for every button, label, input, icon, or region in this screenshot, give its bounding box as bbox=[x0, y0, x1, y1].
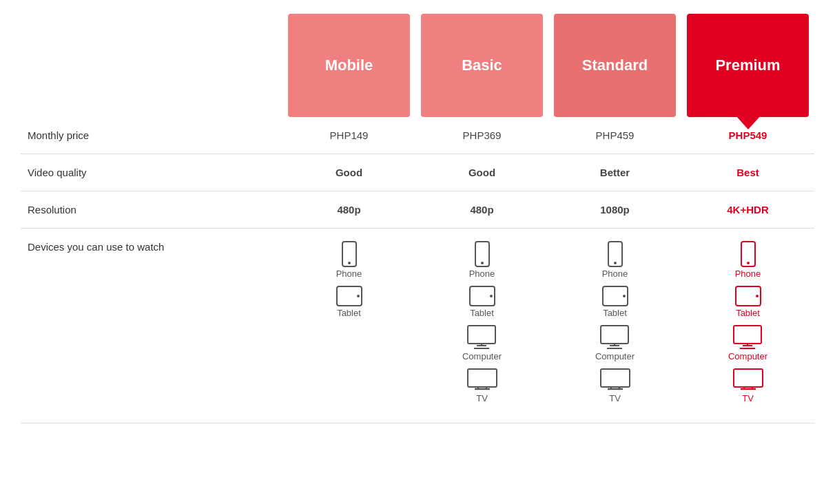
computer-label: Computer bbox=[462, 351, 502, 361]
plan-label-mobile: Mobile bbox=[325, 56, 373, 74]
devices-label: Devices you can use to watch bbox=[21, 241, 282, 253]
header-premium: Premium bbox=[681, 14, 814, 117]
phone-icon bbox=[473, 241, 492, 267]
resolution-premium: 4K+HDR bbox=[681, 204, 814, 216]
phone-label: Phone bbox=[469, 269, 495, 279]
svg-point-5 bbox=[481, 262, 484, 264]
device-mobile-tablet: Tablet bbox=[336, 286, 362, 318]
device-standard-tv: TV bbox=[600, 368, 630, 403]
tv-label: TV bbox=[742, 393, 754, 403]
device-basic-tablet: Tablet bbox=[469, 286, 495, 318]
svg-rect-24 bbox=[601, 369, 630, 387]
header-basic: Basic bbox=[415, 14, 548, 117]
svg-rect-36 bbox=[734, 369, 763, 387]
plan-card-premium: Premium bbox=[687, 14, 809, 117]
tv-label: TV bbox=[476, 393, 488, 403]
svg-point-17 bbox=[614, 262, 617, 264]
resolution-label: Resolution bbox=[21, 204, 282, 216]
device-premium-tablet: Tablet bbox=[735, 286, 761, 318]
devices-standard: Phone Tablet Computer bbox=[548, 241, 681, 410]
devices-mobile: Phone Tablet bbox=[282, 241, 415, 325]
tv-icon bbox=[467, 368, 497, 392]
phone-label: Phone bbox=[336, 269, 362, 279]
plan-label-standard: Standard bbox=[582, 56, 648, 74]
plan-card-standard: Standard bbox=[554, 14, 676, 117]
svg-point-19 bbox=[623, 295, 626, 297]
resolution-standard: 1080p bbox=[548, 204, 681, 216]
computer-icon bbox=[467, 325, 496, 350]
quality-premium: Best bbox=[681, 167, 814, 178]
devices-row: Devices you can use to watch Phone Table… bbox=[21, 229, 814, 423]
svg-point-3 bbox=[357, 295, 360, 297]
monthly-price-row: Monthly price PHP149 PHP369 PHP459 PHP54… bbox=[21, 117, 814, 154]
svg-rect-20 bbox=[601, 326, 628, 344]
resolution-mobile: 480p bbox=[282, 204, 415, 216]
phone-icon bbox=[606, 241, 625, 267]
svg-rect-32 bbox=[734, 326, 761, 344]
tablet-icon bbox=[602, 286, 628, 306]
quality-mobile: Good bbox=[282, 167, 415, 178]
svg-point-29 bbox=[747, 262, 750, 264]
tv-label: TV bbox=[609, 393, 621, 403]
resolution-basic: 480p bbox=[415, 204, 548, 216]
tablet-label: Tablet bbox=[337, 308, 361, 318]
price-premium: PHP549 bbox=[681, 129, 814, 141]
device-mobile-phone: Phone bbox=[336, 241, 362, 279]
phone-icon bbox=[739, 241, 758, 267]
tv-icon bbox=[600, 368, 630, 392]
computer-label: Computer bbox=[728, 351, 767, 361]
phone-label: Phone bbox=[602, 269, 628, 279]
computer-label: Computer bbox=[595, 351, 635, 361]
plan-label-premium: Premium bbox=[715, 56, 780, 74]
svg-point-7 bbox=[490, 295, 493, 297]
devices-premium: Phone Tablet Computer bbox=[681, 241, 814, 410]
comparison-table: Mobile Basic Standard Premium Monthly pr… bbox=[0, 0, 835, 437]
price-mobile: PHP149 bbox=[282, 129, 415, 141]
device-basic-phone: Phone bbox=[469, 241, 495, 279]
svg-rect-8 bbox=[468, 326, 495, 344]
svg-point-31 bbox=[756, 295, 759, 297]
phone-label: Phone bbox=[735, 269, 761, 279]
phone-icon bbox=[340, 241, 359, 267]
computer-icon bbox=[733, 325, 762, 350]
device-premium-phone: Phone bbox=[735, 241, 761, 279]
device-standard-phone: Phone bbox=[602, 241, 628, 279]
device-standard-computer: Computer bbox=[595, 325, 635, 361]
header-mobile: Mobile bbox=[282, 14, 415, 117]
device-basic-computer: Computer bbox=[462, 325, 502, 361]
device-premium-tv: TV bbox=[733, 368, 763, 403]
header-empty bbox=[21, 14, 282, 117]
tablet-icon bbox=[336, 286, 362, 306]
device-standard-tablet: Tablet bbox=[602, 286, 628, 318]
device-premium-computer: Computer bbox=[728, 325, 767, 361]
header-row: Mobile Basic Standard Premium bbox=[21, 14, 814, 117]
plan-label-basic: Basic bbox=[462, 56, 502, 74]
device-basic-tv: TV bbox=[467, 368, 497, 403]
tablet-icon bbox=[735, 286, 761, 306]
computer-icon bbox=[600, 325, 629, 350]
monthly-price-label: Monthly price bbox=[21, 129, 282, 141]
quality-basic: Good bbox=[415, 167, 548, 178]
devices-basic: Phone Tablet Computer bbox=[415, 241, 548, 410]
tv-icon bbox=[733, 368, 763, 392]
header-standard: Standard bbox=[548, 14, 681, 117]
resolution-row: Resolution 480p 480p 1080p 4K+HDR bbox=[21, 191, 814, 229]
price-basic: PHP369 bbox=[415, 129, 548, 141]
plan-card-mobile: Mobile bbox=[288, 14, 410, 117]
svg-rect-12 bbox=[468, 369, 497, 387]
svg-point-1 bbox=[348, 262, 351, 264]
tablet-label: Tablet bbox=[470, 308, 494, 318]
tablet-label: Tablet bbox=[736, 308, 760, 318]
quality-standard: Better bbox=[548, 167, 681, 178]
tablet-label: Tablet bbox=[603, 308, 627, 318]
video-quality-label: Video quality bbox=[21, 167, 282, 178]
video-quality-row: Video quality Good Good Better Best bbox=[21, 154, 814, 191]
plan-card-basic: Basic bbox=[421, 14, 543, 117]
price-standard: PHP459 bbox=[548, 129, 681, 141]
tablet-icon bbox=[469, 286, 495, 306]
